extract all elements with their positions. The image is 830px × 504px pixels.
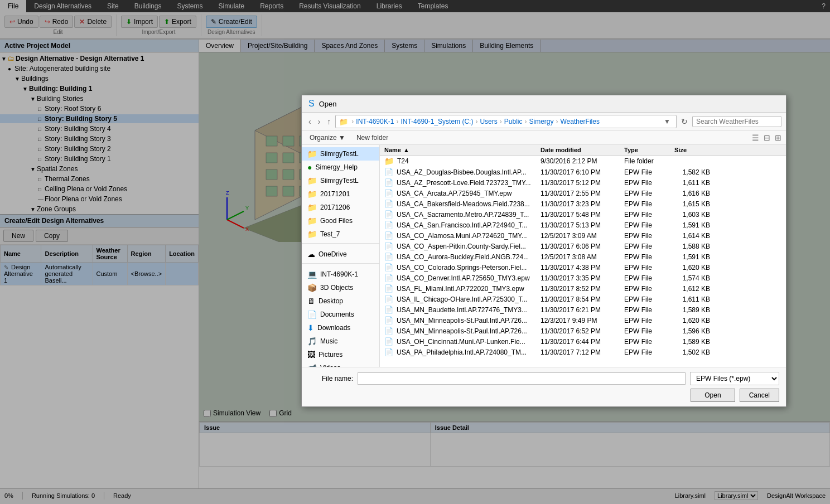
organize-button[interactable]: Organize ▼ [306,133,349,143]
breadcrumb-weatherfiles[interactable]: WeatherFiles [560,118,599,125]
forward-button[interactable]: › [316,116,323,127]
sidebar-item-videos[interactable]: 📹 Videos [302,361,379,367]
sidebar-item-music[interactable]: 🎵 Music [302,335,379,348]
back-button[interactable]: ‹ [306,116,313,127]
file-date-cell: 11/30/2017 8:52 PM [536,285,620,293]
file-type-cell: EPW File [620,295,670,303]
new-folder-button[interactable]: New folder [353,133,392,143]
up-button[interactable]: ↑ [325,116,333,127]
file-row[interactable]: 📄 USA_CA_Bakersfield-Meadows.Field.7238.… [380,198,786,209]
view-extra-button[interactable]: ⊞ [775,133,781,142]
col-header-name[interactable]: Name ▲ [380,147,536,153]
file-size-cell: 1,620 KB [670,264,715,272]
sidebar-desktop-icon: 🖥 [307,297,315,306]
file-type-cell: EPW File [620,264,670,272]
file-row[interactable]: 📄 USA_CO_Denver.Intl.AP.725650_TMY3.epw … [380,273,786,283]
file-name-cell: 📄 USA_CA_Sacramento.Metro.AP.724839_T... [380,210,536,219]
file-date-cell: 12/5/2017 3:09 AM [536,232,620,240]
file-name-text: USA_CA_Arcata.AP.725945_TMY.epw [397,190,511,197]
folder-icon: 📁 [384,157,394,166]
file-date-cell: 11/30/2017 5:48 PM [536,211,620,219]
file-name-text: USA_CA_Sacramento.Metro.AP.724839_T... [397,211,529,219]
open-button[interactable]: Open [691,389,735,402]
dropdown-path-button[interactable]: ▼ [662,117,673,127]
sidebar-item-onedrive[interactable]: ☁ OneDrive [302,248,379,261]
sidebar-item-test7[interactable]: 📁 Test_7 [302,227,379,241]
file-name-text: USA_CA_Bakersfield-Meadows.Field.7238... [397,200,530,208]
sidebar-item-desktop[interactable]: 🖥 Desktop [302,294,379,308]
file-row[interactable]: 📄 USA_CO_Alamosa.Muni.AP.724620_TMY... 1… [380,230,786,241]
file-date-cell: 11/30/2017 6:06 PM [536,243,620,250]
breadcrumb-public[interactable]: Public [504,118,523,125]
sidebar-item-documents[interactable]: 📄 Documents [302,308,379,321]
file-row[interactable]: 📄 USA_IL_Chicago-OHare.Intl.AP.725300_T.… [380,294,786,304]
file-row[interactable]: 📄 USA_MN_Minneapolis-St.Paul.Intl.AP.726… [380,326,786,336]
file-row[interactable]: 📄 USA_AZ_Prescott-Love.Field.723723_TMY.… [380,177,786,188]
sidebar-item-siimrgytestl2[interactable]: 📁 SiimrgyTestL [302,174,379,187]
file-type-cell: EPW File [620,327,670,335]
file-row[interactable]: 📄 USA_PA_Philadelphia.Intl.AP.724080_TM.… [380,347,786,357]
file-row[interactable]: 📄 USA_AZ_Douglas-Bisbee.Douglas.Intl.AP.… [380,167,786,177]
file-row[interactable]: 📄 USA_OH_Cincinnati.Muni.AP-Lunken.Fie..… [380,336,786,347]
sidebar-divider-2 [302,263,379,265]
file-name-text: T24 [397,157,409,165]
view-toggle-button[interactable]: ☰ [752,133,759,142]
file-name-text: USA_AZ_Prescott-Love.Field.723723_TMY... [397,179,531,187]
sidebar-folder-icon-3: 📁 [307,176,317,185]
file-name-cell: 📄 USA_MN_Baudette.Intl.AP.727476_TMY3... [380,306,536,314]
sidebar-item-downloads[interactable]: ⬇ Downloads [302,321,379,335]
file-icon: 📄 [384,200,393,208]
sidebar-label-3d: 3D Objects [320,284,353,292]
file-date-cell: 11/30/2017 5:12 PM [536,179,620,187]
view-details-button[interactable]: ⊟ [764,133,770,142]
col-header-type[interactable]: Type [620,147,670,153]
file-date-cell: 11/30/2017 2:55 PM [536,190,620,197]
sidebar-folder-icon-1: 📁 [307,149,317,158]
file-name-cell: 📄 USA_CA_Arcata.AP.725945_TMY.epw [380,189,536,197]
file-row[interactable]: 📄 USA_FL_Miami.Intl.AP.722020_TMY3.epw 1… [380,283,786,294]
sidebar-item-int4690k1[interactable]: 💻 INT-4690K-1 [302,268,379,281]
file-type-cell: EPW File [620,190,670,197]
file-date-cell: 11/30/2017 7:12 PM [536,348,620,356]
filename-input[interactable] [358,372,686,385]
file-date-cell: 11/30/2017 6:44 PM [536,338,620,346]
file-date-cell: 11/30/2017 3:23 PM [536,200,620,208]
file-row[interactable]: 📄 USA_MN_Minneapolis-St.Paul.Intl.AP.726… [380,315,786,326]
file-date-cell: 12/3/2017 9:49 PM [536,317,620,324]
sidebar-item-simergy-help[interactable]: ● Simergy_Help [302,161,379,174]
col-header-date[interactable]: Date modified [536,147,620,153]
breadcrumb-int4690k1[interactable]: INT-4690K-1 [356,118,394,125]
file-row[interactable]: 📄 USA_CA_San.Francisco.Intl.AP.724940_T.… [380,220,786,230]
dialog-footer: File name: EPW Files (*.epw) Open Cancel [302,367,786,406]
sidebar-item-20171201[interactable]: 📁 20171201 [302,187,379,201]
file-size-cell: 1,591 KB [670,221,715,229]
file-type-cell: EPW File [620,285,670,293]
file-row[interactable]: 📄 USA_CO_Aurora-Buckley.Field.ANGB.724..… [380,251,786,262]
sidebar-label-desktop: Desktop [319,297,343,305]
sidebar-item-20171206[interactable]: 📁 20171206 [302,201,379,214]
breadcrumb-users[interactable]: Users [480,118,497,125]
sidebar-item-good-files[interactable]: 📁 Good Files [302,214,379,227]
file-date-cell: 11/30/2017 6:52 PM [536,327,620,335]
file-name-text: USA_CO_Aspen-Pitkin.County-Sardy.Fiel... [397,243,526,250]
col-header-size[interactable]: Size [670,147,715,153]
sidebar-item-siimrgytestl1[interactable]: 📁 SiimrgyTestL [302,147,379,161]
cancel-button[interactable]: Cancel [740,389,779,402]
search-input[interactable] [692,116,781,127]
sidebar-icon-simergy-help: ● [307,163,312,172]
file-row[interactable]: 📄 USA_CA_Arcata.AP.725945_TMY.epw 11/30/… [380,188,786,198]
sidebar-item-3d-objects[interactable]: 📦 3D Objects [302,281,379,294]
file-row[interactable]: 📄 USA_CO_Aspen-Pitkin.County-Sardy.Fiel.… [380,241,786,251]
file-row[interactable]: 📄 USA_CA_Sacramento.Metro.AP.724839_T...… [380,209,786,220]
breadcrumb-system-c[interactable]: INT-4690-1_System (C:) [400,118,473,125]
breadcrumb-simergy[interactable]: Simergy [529,118,553,125]
refresh-button[interactable]: ↻ [679,116,690,127]
file-row[interactable]: 📄 USA_CO_Colorado.Springs-Peterson.Fiel.… [380,262,786,273]
file-row[interactable]: 📁 T24 9/30/2016 2:12 PM File folder [380,156,786,167]
sidebar-item-pictures[interactable]: 🖼 Pictures [302,348,379,361]
file-row[interactable]: 📄 USA_MN_Baudette.Intl.AP.727476_TMY3...… [380,304,786,315]
dialog-title-bar: S Open [302,95,786,113]
file-type-selector[interactable]: EPW Files (*.epw) [690,372,779,385]
file-name-cell: 📄 USA_CO_Denver.Intl.AP.725650_TMY3.epw [380,274,536,282]
file-icon: 📄 [384,242,393,250]
